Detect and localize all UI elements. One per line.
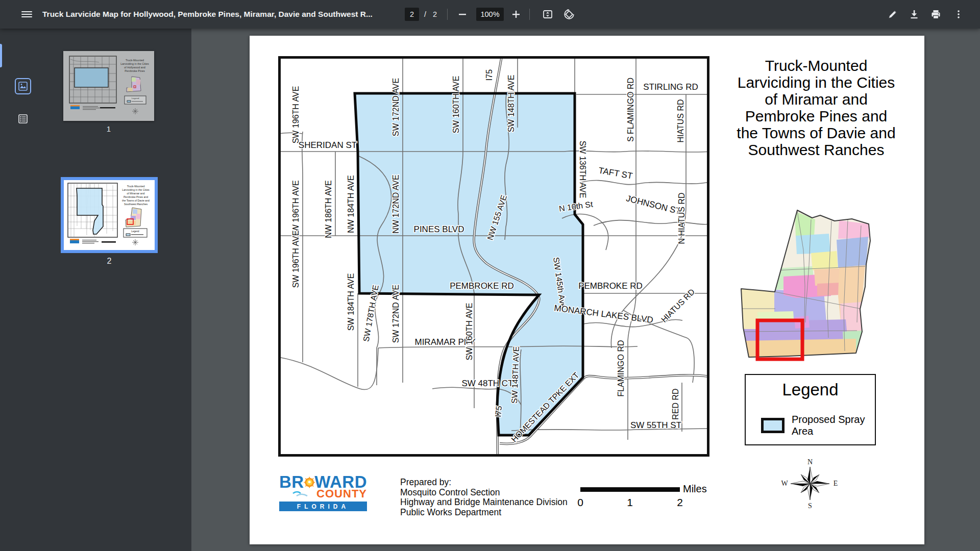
legend: Legend Proposed Spray Area <box>745 374 876 445</box>
page-2-thumbnail[interactable]: Truck-Mounted Larviciding in the Cities … <box>64 180 155 266</box>
document-viewport[interactable]: SW 196TH AVE SHERIDAN ST SW 172ND AVE SW… <box>191 29 980 551</box>
map-title-line: the Towns of Davie and <box>709 124 923 141</box>
prepared-by-line: Prepared by: <box>400 478 568 488</box>
zoom-level-input[interactable]: 100% <box>476 8 504 21</box>
toolbar-divider <box>447 9 448 20</box>
broward-county-logo: BRWARD COUNTY FLORIDA <box>279 474 367 511</box>
compass-n: N <box>807 458 813 466</box>
compass-star <box>791 467 829 500</box>
map-title-line: Truck-Mounted <box>709 57 923 74</box>
compass-e: E <box>834 480 838 487</box>
road-label: SW 136TH AVE <box>578 141 587 198</box>
active-view-indicator <box>0 44 2 67</box>
svg-text:Pembroke Pines: Pembroke Pines <box>125 69 145 72</box>
road-label: SW 55TH ST <box>630 420 681 430</box>
scale-tick: 1 <box>625 496 635 509</box>
svg-text:of Hollywood and: of Hollywood and <box>124 66 145 69</box>
pencil-icon <box>888 9 898 19</box>
three-dot-menu-icon <box>954 10 963 19</box>
printer-icon <box>930 9 941 20</box>
map-title-line: Larviciding in the Cities <box>709 74 923 91</box>
page-1-thumbnail[interactable]: Truck-Mounted Larviciding in the Cities … <box>63 51 154 135</box>
page-separator: / <box>424 0 426 29</box>
wave-icon <box>292 491 308 497</box>
road-label: I75 <box>485 69 494 81</box>
svg-text:Pembroke Pines and: Pembroke Pines and <box>124 195 148 198</box>
road-label: FLAMINGO RD <box>617 340 625 396</box>
road-label: JOHNSON ST <box>625 193 682 216</box>
road-label: HIATUS RD <box>659 287 696 324</box>
map-title: Truck-Mounted Larviciding in the Cities … <box>709 57 923 158</box>
county-inset-map <box>734 204 893 367</box>
annotate-button[interactable] <box>883 4 903 24</box>
page-1-thumbnail-image: Truck-Mounted Larviciding in the Cities … <box>63 51 154 121</box>
logo-county: COUNTY <box>316 487 367 500</box>
svg-text:the Towns of Davie and: the Towns of Davie and <box>122 199 150 202</box>
road-label: PINES BLVD <box>414 224 464 234</box>
road-label: NW 184TH AVE <box>347 175 355 233</box>
document-title: Truck Larvicide Map for Hollywood, Pembr… <box>42 0 373 29</box>
road-label: SW 148TH AVE <box>507 75 516 133</box>
road-label: SW 160TH AVE <box>465 303 474 361</box>
more-actions-button[interactable] <box>948 4 969 24</box>
toolbar-divider <box>529 9 530 20</box>
road-label: SW 172ND AVE <box>391 285 400 343</box>
fit-to-page-icon <box>542 9 553 20</box>
map-title-line: Pembroke Pines and <box>709 108 923 124</box>
page-count: 2 <box>433 0 437 29</box>
page-number-input[interactable]: 2 <box>405 8 419 21</box>
thumbnail-view-button[interactable] <box>15 78 31 94</box>
map-title-line: of Miramar and <box>709 91 923 108</box>
svg-text:Larviciding in the Cities: Larviciding in the Cities <box>120 62 149 65</box>
svg-text:Legend: Legend <box>131 230 139 233</box>
document-outline-icon <box>18 114 28 123</box>
scale-tick: 2 <box>675 496 685 509</box>
minus-icon <box>458 10 467 18</box>
rotate-button[interactable] <box>559 4 579 24</box>
sun-icon <box>304 475 315 489</box>
road-label: I75 <box>494 406 503 418</box>
zoom-in-button[interactable] <box>506 4 526 24</box>
road-label: SW 196TH AVE <box>291 231 300 288</box>
svg-text:Southwest Ranches: Southwest Ranches <box>124 203 148 206</box>
legend-item-label: Proposed Spray Area <box>792 414 875 437</box>
svg-text:of Miramar and: of Miramar and <box>127 192 145 195</box>
plus-icon <box>512 10 520 18</box>
scale-tick: 0 <box>575 496 585 509</box>
road-label: NW 196TH AVE <box>291 180 300 238</box>
zoom-out-button[interactable] <box>452 4 473 24</box>
map-title-line: Southwest Ranches <box>709 141 923 158</box>
svg-text:Truck-Mounted: Truck-Mounted <box>127 185 145 188</box>
prepared-by-block: Prepared by: Mosquito Control Section Hi… <box>400 478 568 517</box>
rotate-counterclockwise-icon <box>564 9 575 20</box>
road-label: SW 196TH AVE <box>291 86 300 144</box>
menu-button[interactable] <box>16 4 37 24</box>
compass-rose: N E S W <box>779 444 841 515</box>
thumbnail-sidebar: Truck-Mounted Larviciding in the Cities … <box>0 29 191 551</box>
road-label: S FLAMINGO RD <box>626 78 635 142</box>
road-label: TAFT ST <box>598 165 633 181</box>
prepared-by-line: Mosquito Control Section <box>400 488 568 498</box>
scale-unit: Miles <box>683 483 707 495</box>
road-label: SW 184TH AVE <box>347 273 355 331</box>
download-button[interactable] <box>904 4 924 24</box>
page-2-thumbnail-image: Truck-Mounted Larviciding in the Cities … <box>64 180 155 250</box>
fit-page-button[interactable] <box>537 4 558 24</box>
svg-text:Legend: Legend <box>132 97 139 99</box>
outline-view-button[interactable] <box>15 111 31 127</box>
prepared-by-line: Public Works Department <box>400 508 568 518</box>
road-label: SW 160TH AVE <box>452 76 460 134</box>
road-label: HIATUS RD <box>676 99 685 142</box>
hamburger-icon <box>21 10 32 19</box>
page-2-label: 2 <box>64 257 155 266</box>
pdf-page-2: SW 196TH AVE SHERIDAN ST SW 172ND AVE SW… <box>250 36 924 544</box>
compass-w: W <box>781 480 788 487</box>
road-label: SHERIDAN ST <box>299 140 357 150</box>
svg-text:Larviciding in the Cities: Larviciding in the Cities <box>122 188 150 191</box>
print-button[interactable] <box>925 4 946 24</box>
road-label: NW 172ND AVE <box>391 174 400 233</box>
road-label: SW 172ND AVE <box>391 78 400 136</box>
road-label: N HIATUS RD <box>677 192 686 244</box>
scale-bar-line <box>580 487 680 492</box>
prepared-by-line: Highway and Bridge Maintenance Division <box>400 497 568 508</box>
